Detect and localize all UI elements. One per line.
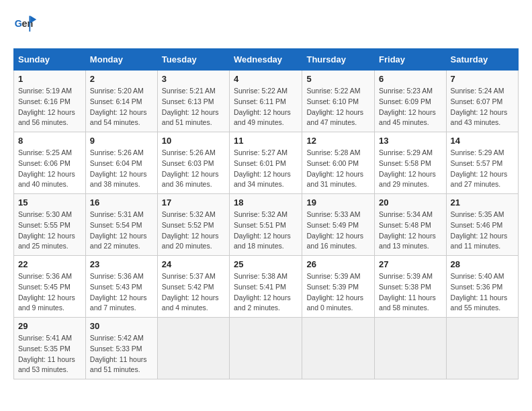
day-detail: Sunrise: 5:31 AM Sunset: 5:54 PM Dayligh…: [90, 210, 153, 252]
day-detail: Sunrise: 5:26 AM Sunset: 6:04 PM Dayligh…: [90, 148, 153, 190]
column-header-friday: Friday: [375, 49, 446, 71]
day-number: 5: [306, 74, 370, 84]
day-number: 25: [234, 259, 298, 269]
day-detail: Sunrise: 5:42 AM Sunset: 5:33 PM Dayligh…: [90, 333, 153, 375]
column-header-tuesday: Tuesday: [157, 49, 229, 71]
calendar-cell: 19Sunrise: 5:33 AM Sunset: 5:49 PM Dayli…: [302, 194, 375, 256]
day-detail: Sunrise: 5:39 AM Sunset: 5:38 PM Dayligh…: [379, 271, 441, 314]
calendar-cell: [157, 318, 229, 379]
day-detail: Sunrise: 5:35 AM Sunset: 5:46 PM Dayligh…: [451, 210, 514, 252]
svg-marker-2: [30, 16, 36, 24]
day-detail: Sunrise: 5:25 AM Sunset: 6:06 PM Dayligh…: [18, 148, 81, 190]
calendar-table: SundayMondayTuesdayWednesdayThursdayFrid…: [13, 48, 519, 379]
calendar-week-3: 15Sunrise: 5:30 AM Sunset: 5:55 PM Dayli…: [14, 194, 519, 256]
column-header-monday: Monday: [85, 49, 157, 71]
calendar-cell: 2Sunrise: 5:20 AM Sunset: 6:14 PM Daylig…: [85, 71, 157, 132]
calendar-week-1: 1Sunrise: 5:19 AM Sunset: 6:16 PM Daylig…: [14, 71, 519, 132]
calendar-cell: 14Sunrise: 5:29 AM Sunset: 5:57 PM Dayli…: [446, 132, 518, 194]
calendar-cell: 9Sunrise: 5:26 AM Sunset: 6:04 PM Daylig…: [85, 132, 157, 194]
day-detail: Sunrise: 5:24 AM Sunset: 6:07 PM Dayligh…: [451, 86, 514, 128]
calendar-week-5: 29Sunrise: 5:41 AM Sunset: 5:35 PM Dayli…: [14, 318, 519, 379]
day-detail: Sunrise: 5:32 AM Sunset: 5:52 PM Dayligh…: [162, 210, 225, 252]
day-number: 23: [90, 259, 153, 269]
calendar-cell: 30Sunrise: 5:42 AM Sunset: 5:33 PM Dayli…: [85, 318, 157, 379]
calendar-cell: 6Sunrise: 5:23 AM Sunset: 6:09 PM Daylig…: [375, 71, 446, 132]
day-detail: Sunrise: 5:36 AM Sunset: 5:43 PM Dayligh…: [90, 271, 153, 314]
svg-rect-3: [29, 16, 30, 32]
day-number: 14: [451, 136, 514, 146]
calendar-cell: 24Sunrise: 5:37 AM Sunset: 5:42 PM Dayli…: [157, 256, 229, 318]
day-number: 26: [306, 259, 370, 269]
day-number: 18: [234, 197, 298, 208]
day-number: 6: [379, 74, 441, 84]
day-number: 2: [90, 74, 153, 84]
svg-text:G: G: [15, 18, 22, 29]
calendar-cell: [446, 318, 518, 379]
day-detail: Sunrise: 5:20 AM Sunset: 6:14 PM Dayligh…: [90, 86, 153, 128]
calendar-cell: 21Sunrise: 5:35 AM Sunset: 5:46 PM Dayli…: [446, 194, 518, 256]
calendar-cell: 17Sunrise: 5:32 AM Sunset: 5:52 PM Dayli…: [157, 194, 229, 256]
day-detail: Sunrise: 5:19 AM Sunset: 6:16 PM Dayligh…: [18, 86, 81, 128]
calendar-cell: 26Sunrise: 5:39 AM Sunset: 5:39 PM Dayli…: [302, 256, 375, 318]
calendar-cell: 11Sunrise: 5:27 AM Sunset: 6:01 PM Dayli…: [230, 132, 302, 194]
day-detail: Sunrise: 5:37 AM Sunset: 5:42 PM Dayligh…: [162, 271, 225, 314]
day-number: 9: [90, 136, 153, 146]
page-header: G en: [13, 13, 519, 38]
day-number: 15: [18, 197, 81, 208]
calendar-cell: 15Sunrise: 5:30 AM Sunset: 5:55 PM Dayli…: [14, 194, 86, 256]
day-detail: Sunrise: 5:39 AM Sunset: 5:39 PM Dayligh…: [306, 271, 370, 314]
calendar-cell: 28Sunrise: 5:40 AM Sunset: 5:36 PM Dayli…: [446, 256, 518, 318]
calendar-cell: 5Sunrise: 5:22 AM Sunset: 6:10 PM Daylig…: [302, 71, 375, 132]
column-header-thursday: Thursday: [302, 49, 375, 71]
day-number: 24: [162, 259, 225, 269]
day-detail: Sunrise: 5:26 AM Sunset: 6:03 PM Dayligh…: [162, 148, 225, 190]
logo-icon: G en: [13, 13, 38, 38]
column-header-saturday: Saturday: [446, 49, 518, 71]
day-number: 11: [234, 136, 298, 146]
calendar-cell: 1Sunrise: 5:19 AM Sunset: 6:16 PM Daylig…: [14, 71, 86, 132]
day-number: 4: [234, 74, 298, 84]
calendar-cell: 16Sunrise: 5:31 AM Sunset: 5:54 PM Dayli…: [85, 194, 157, 256]
calendar-cell: 10Sunrise: 5:26 AM Sunset: 6:03 PM Dayli…: [157, 132, 229, 194]
day-number: 3: [162, 74, 225, 84]
day-detail: Sunrise: 5:40 AM Sunset: 5:36 PM Dayligh…: [451, 271, 514, 314]
day-number: 12: [306, 136, 370, 146]
calendar-cell: 4Sunrise: 5:22 AM Sunset: 6:11 PM Daylig…: [230, 71, 302, 132]
calendar-cell: 29Sunrise: 5:41 AM Sunset: 5:35 PM Dayli…: [14, 318, 86, 379]
calendar-cell: 7Sunrise: 5:24 AM Sunset: 6:07 PM Daylig…: [446, 71, 518, 132]
day-detail: Sunrise: 5:27 AM Sunset: 6:01 PM Dayligh…: [234, 148, 298, 190]
calendar-cell: 27Sunrise: 5:39 AM Sunset: 5:38 PM Dayli…: [375, 256, 446, 318]
day-number: 21: [451, 197, 514, 208]
day-detail: Sunrise: 5:29 AM Sunset: 5:57 PM Dayligh…: [451, 148, 514, 190]
column-header-sunday: Sunday: [14, 49, 86, 71]
day-detail: Sunrise: 5:34 AM Sunset: 5:48 PM Dayligh…: [379, 210, 441, 252]
calendar-cell: [230, 318, 302, 379]
calendar-cell: 18Sunrise: 5:32 AM Sunset: 5:51 PM Dayli…: [230, 194, 302, 256]
day-detail: Sunrise: 5:36 AM Sunset: 5:45 PM Dayligh…: [18, 271, 81, 314]
calendar-cell: [302, 318, 375, 379]
day-number: 30: [90, 321, 153, 331]
calendar-cell: 25Sunrise: 5:38 AM Sunset: 5:41 PM Dayli…: [230, 256, 302, 318]
calendar-cell: 22Sunrise: 5:36 AM Sunset: 5:45 PM Dayli…: [14, 256, 86, 318]
calendar-cell: 13Sunrise: 5:29 AM Sunset: 5:58 PM Dayli…: [375, 132, 446, 194]
calendar-week-2: 8Sunrise: 5:25 AM Sunset: 6:06 PM Daylig…: [14, 132, 519, 194]
calendar-cell: [375, 318, 446, 379]
calendar-week-4: 22Sunrise: 5:36 AM Sunset: 5:45 PM Dayli…: [14, 256, 519, 318]
day-number: 13: [379, 136, 441, 146]
day-detail: Sunrise: 5:32 AM Sunset: 5:51 PM Dayligh…: [234, 210, 298, 252]
calendar-cell: 3Sunrise: 5:21 AM Sunset: 6:13 PM Daylig…: [157, 71, 229, 132]
day-number: 8: [18, 136, 81, 146]
calendar-cell: 12Sunrise: 5:28 AM Sunset: 6:00 PM Dayli…: [302, 132, 375, 194]
day-number: 7: [451, 74, 514, 84]
day-number: 27: [379, 259, 441, 269]
day-detail: Sunrise: 5:22 AM Sunset: 6:11 PM Dayligh…: [234, 86, 298, 128]
day-detail: Sunrise: 5:22 AM Sunset: 6:10 PM Dayligh…: [306, 86, 370, 128]
calendar-cell: 20Sunrise: 5:34 AM Sunset: 5:48 PM Dayli…: [375, 194, 446, 256]
day-detail: Sunrise: 5:28 AM Sunset: 6:00 PM Dayligh…: [306, 148, 370, 190]
calendar-cell: 8Sunrise: 5:25 AM Sunset: 6:06 PM Daylig…: [14, 132, 86, 194]
day-detail: Sunrise: 5:29 AM Sunset: 5:58 PM Dayligh…: [379, 148, 441, 190]
day-detail: Sunrise: 5:38 AM Sunset: 5:41 PM Dayligh…: [234, 271, 298, 314]
day-number: 28: [451, 259, 514, 269]
logo: G en: [13, 13, 42, 38]
column-header-wednesday: Wednesday: [230, 49, 302, 71]
